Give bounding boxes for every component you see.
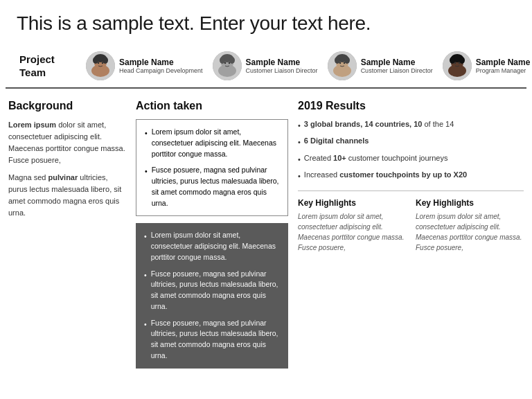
svg-point-20 [335, 57, 340, 64]
svg-point-7 [102, 62, 103, 64]
action-bullet-light-1: • Lorem ipsum dolor sit amet, consectetu… [145, 127, 279, 159]
svg-point-22 [339, 62, 340, 64]
background-title: Background [8, 100, 126, 112]
team-member-1: Sample NameCustomer Liaison Director [213, 51, 318, 80]
action-bullet-dark-2: • Fusce posuere, magna sed pulvinar ultr… [144, 269, 280, 312]
bullet-icon: • [298, 137, 301, 148]
highlight-col-1: Key Highlights Lorem ipsum dolor sit ame… [298, 198, 406, 253]
svg-point-21 [344, 57, 350, 64]
highlight-title-1: Key Highlights [298, 198, 406, 208]
svg-point-13 [229, 57, 235, 64]
results-title: 2019 Results [298, 100, 524, 112]
action-dark-box: • Lorem ipsum dolor sit amet, consectetu… [136, 223, 288, 368]
svg-point-31 [458, 62, 459, 64]
result-item-4: • Increased customer touchpoints by up t… [298, 170, 524, 181]
member-info: Sample NameHead Campaign Development [119, 57, 203, 74]
highlight-col-2: Key Highlights Lorem ipsum dolor sit ame… [416, 198, 524, 253]
member-name: Sample Name [476, 57, 531, 67]
highlight-title-2: Key Highlights [416, 198, 524, 208]
svg-point-6 [98, 62, 99, 64]
avatar [213, 51, 242, 80]
background-text: Lorem ipsum dolor sit amet, consectetuer… [8, 119, 126, 219]
team-member-3: Sample NameProgram Manager [443, 51, 531, 80]
page-title: This is a sample text. Enter your text h… [17, 12, 515, 35]
svg-point-14 [224, 62, 225, 64]
result-item-1: • 3 global brands, 14 countries, 10 of t… [298, 119, 524, 131]
member-info: Sample NameCustomer Liaison Director [246, 57, 318, 74]
action-bullet-light-2: • Fusce posuere, magna sed pulvinar ultr… [145, 165, 279, 209]
team-members: Sample NameHead Campaign Development Sam… [86, 51, 530, 80]
team-member-2: Sample NameCustomer Liaison Director [328, 51, 433, 80]
action-bullet-dark-1: • Lorem ipsum dolor sit amet, consectetu… [144, 230, 280, 263]
svg-point-4 [93, 57, 98, 64]
action-light-box: • Lorem ipsum dolor sit amet, consectetu… [136, 119, 288, 216]
svg-point-28 [450, 57, 455, 64]
action-column: Action taken • Lorem ipsum dolor sit ame… [136, 100, 288, 369]
bullet-icon: • [144, 270, 147, 312]
member-info: Sample NameProgram Manager [476, 57, 531, 74]
avatar [86, 51, 115, 80]
results-column: 2019 Results • 3 global brands, 14 count… [298, 100, 524, 369]
bullet-icon: • [298, 154, 301, 165]
header: This is a sample text. Enter your text h… [0, 0, 532, 43]
member-title: Customer Liaison Director [246, 67, 318, 74]
project-team-section: Project Team Sample NameHead Campaign De… [6, 43, 526, 89]
bullet-icon: • [145, 128, 148, 159]
team-member-0: Sample NameHead Campaign Development [86, 51, 203, 80]
project-team-label: Project Team [19, 53, 75, 80]
action-title: Action taken [136, 100, 288, 112]
svg-point-5 [103, 57, 108, 64]
results-divider [298, 190, 524, 191]
background-column: Background Lorem ipsum dolor sit amet, c… [8, 100, 126, 369]
avatar [328, 51, 357, 80]
member-name: Sample Name [361, 57, 433, 67]
background-para-2: Magna sed pulvinar ultricies, purus lect… [8, 172, 126, 219]
bullet-icon: • [144, 231, 147, 263]
svg-point-15 [228, 62, 229, 64]
bullet-icon: • [298, 121, 301, 131]
member-title: Customer Liaison Director [361, 67, 433, 74]
highlights-row: Key Highlights Lorem ipsum dolor sit ame… [298, 198, 524, 253]
member-name: Sample Name [246, 57, 318, 67]
member-title: Program Manager [476, 67, 531, 74]
highlight-text-2: Lorem ipsum dolor sit amet, consectetuer… [416, 211, 524, 253]
background-para-1: Lorem ipsum dolor sit amet, consectetuer… [8, 119, 126, 166]
svg-point-29 [459, 57, 465, 64]
main-content: Background Lorem ipsum dolor sit amet, c… [0, 89, 532, 375]
member-info: Sample NameCustomer Liaison Director [361, 57, 433, 74]
svg-point-30 [454, 62, 455, 64]
member-title: Head Campaign Development [119, 67, 203, 74]
result-item-2: • 6 Digital channels [298, 136, 524, 148]
avatar [443, 51, 472, 80]
svg-point-12 [220, 57, 225, 64]
svg-point-23 [343, 62, 344, 64]
bullet-icon: • [298, 171, 301, 181]
action-bullet-dark-3: • Fusce posuere, magna sed pulvinar ultr… [144, 318, 280, 362]
results-list: • 3 global brands, 14 countries, 10 of t… [298, 119, 524, 182]
bullet-icon: • [144, 319, 147, 362]
highlight-text-1: Lorem ipsum dolor sit amet, consectetuer… [298, 211, 406, 253]
bullet-icon: • [145, 166, 148, 209]
result-item-3: • Created 10+ customer touchpoint journe… [298, 153, 524, 165]
member-name: Sample Name [119, 57, 203, 67]
